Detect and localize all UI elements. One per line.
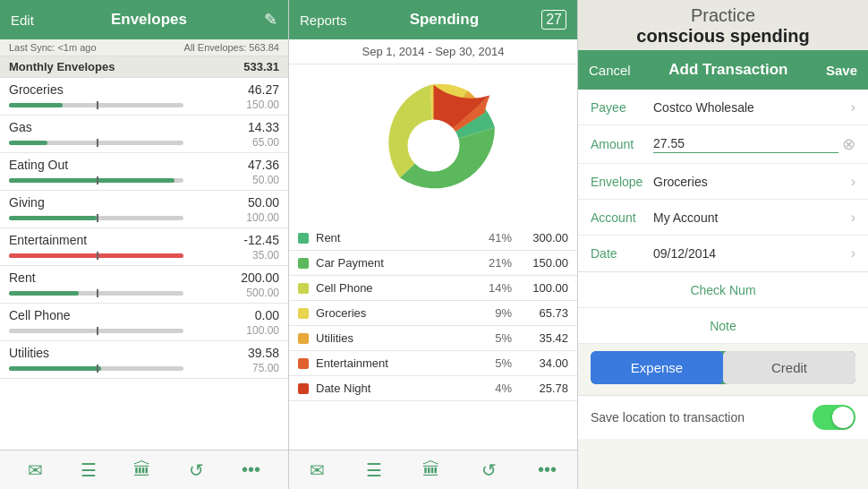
spending-value: 65.73	[519, 306, 568, 320]
panel2-header: Reports Spending 27	[289, 0, 577, 39]
spending-name: Cell Phone	[316, 281, 476, 295]
edit-icon[interactable]: ✎	[264, 10, 277, 30]
envelope-list[interactable]: Groceries46.27150.00Gas14.3365.00Eating …	[0, 78, 288, 450]
envelope-arrow-icon: ›	[851, 174, 855, 190]
progress-fill	[9, 291, 79, 296]
progress-track	[9, 329, 183, 333]
panel3-header: Cancel Add Transaction Save	[578, 50, 868, 90]
envelope-label: Envelope	[591, 175, 653, 189]
cancel-button[interactable]: Cancel	[589, 63, 631, 78]
tab-envelopes-icon[interactable]: ✉	[28, 459, 43, 481]
pie-chart	[364, 76, 503, 215]
date-value: 09/12/2014	[653, 246, 851, 261]
envelope-item[interactable]: Rent200.00500.00	[0, 266, 288, 304]
envelope-budget: 75.00	[230, 362, 279, 374]
panel1-tabbar: ✉ ☰ 🏛 ↺ •••	[0, 450, 288, 489]
envelope-name: Entertainment	[9, 233, 87, 247]
edit-button[interactable]: Edit	[11, 13, 34, 28]
save-location-row: Save location to transaction	[578, 395, 868, 439]
check-num-label: Check Num	[591, 283, 855, 297]
spending-pct: 4%	[476, 382, 512, 395]
amount-label: Amount	[591, 137, 653, 151]
progress-fill	[9, 103, 63, 107]
panel-sync-budget: Edit Envelopes ✎ Last Sync: <1m ago All …	[0, 0, 289, 489]
tab-more-icon[interactable]: •••	[242, 459, 260, 480]
envelope-amount: 50.00	[248, 195, 279, 210]
spending-name: Car Payment	[316, 256, 476, 270]
last-sync-label: Last Sync: <1m ago	[9, 42, 97, 53]
spending-list: Rent41%300.00Car Payment21%150.00Cell Ph…	[289, 226, 577, 450]
date-row[interactable]: Date 09/12/2014 ›	[578, 236, 868, 271]
expense-toggle-button[interactable]: Expense	[591, 351, 723, 384]
envelope-item[interactable]: Eating Out47.3650.00	[0, 153, 288, 191]
account-value: My Account	[653, 210, 851, 225]
envelope-item[interactable]: Cell Phone0.00100.00	[0, 304, 288, 341]
progress-fill	[9, 141, 47, 145]
spending-item[interactable]: Cell Phone14%100.00	[289, 276, 577, 301]
spending-item[interactable]: Date Night4%25.78	[289, 376, 577, 401]
tab-bank-icon[interactable]: 🏛	[133, 459, 151, 480]
tab-history-icon[interactable]: ↺	[189, 459, 204, 481]
monthly-envelopes-value: 533.31	[243, 60, 279, 73]
amount-value[interactable]: 27.55	[653, 136, 838, 153]
add-transaction-title: Add Transaction	[668, 61, 787, 79]
envelope-item[interactable]: Groceries46.27150.00	[0, 78, 288, 116]
spending-item[interactable]: Car Payment21%150.00	[289, 251, 577, 276]
amount-clear-icon[interactable]: ⊗	[842, 134, 855, 154]
spending-value: 34.00	[519, 356, 568, 370]
toggle-knob	[832, 407, 854, 428]
spending-pct: 14%	[476, 281, 512, 295]
progress-divider	[97, 214, 98, 222]
save-button[interactable]: Save	[826, 63, 857, 78]
envelope-budget: 50.00	[230, 174, 279, 186]
spending-item[interactable]: Groceries9%65.73	[289, 301, 577, 326]
progress-track	[9, 178, 183, 183]
p2-tab-list-icon[interactable]: ☰	[366, 459, 382, 481]
spending-item[interactable]: Utilities5%35.42	[289, 326, 577, 351]
calendar-icon[interactable]: 27	[541, 10, 566, 30]
envelope-name: Gas	[9, 120, 32, 134]
note-row[interactable]: Note	[578, 308, 868, 344]
amount-row[interactable]: Amount 27.55 ⊗	[578, 125, 868, 164]
p2-tab-history-icon[interactable]: ↺	[481, 459, 497, 481]
p2-tab-bank-icon[interactable]: 🏛	[422, 459, 440, 480]
promo-banner: Practice conscious spending	[578, 0, 868, 50]
spending-item[interactable]: Entertainment5%34.00	[289, 351, 577, 376]
envelope-amount: 39.58	[248, 346, 279, 360]
progress-divider	[97, 289, 98, 297]
promo-light-text: Practice	[691, 5, 755, 25]
envelope-item[interactable]: Giving50.00100.00	[0, 191, 288, 228]
credit-toggle-button[interactable]: Credit	[723, 351, 855, 384]
envelope-budget: 35.00	[230, 249, 279, 262]
payee-value: Costco Wholesale	[653, 100, 851, 115]
account-label: Account	[591, 210, 653, 225]
form-section: Payee Costco Wholesale › Amount 27.55 ⊗ …	[578, 90, 868, 272]
pie-center	[407, 119, 459, 171]
spending-value: 100.00	[519, 281, 568, 295]
envelope-item[interactable]: Gas14.3365.00	[0, 116, 288, 153]
progress-track	[9, 366, 183, 371]
transaction-type-toggle[interactable]: Expense Credit	[591, 351, 855, 384]
p2-tab-more-icon[interactable]: •••	[538, 459, 557, 480]
p2-tab-envelopes-icon[interactable]: ✉	[310, 459, 325, 481]
spending-name: Date Night	[316, 382, 476, 395]
account-row[interactable]: Account My Account ›	[578, 200, 868, 236]
spending-dot	[298, 383, 309, 394]
tab-list-icon[interactable]: ☰	[81, 459, 97, 481]
reports-button[interactable]: Reports	[300, 13, 347, 28]
panel1-title: Envelopes	[111, 11, 187, 29]
envelope-name: Eating Out	[9, 158, 68, 172]
payee-row[interactable]: Payee Costco Wholesale ›	[578, 90, 868, 125]
spending-dot	[298, 308, 309, 319]
progress-track	[9, 141, 183, 145]
progress-track	[9, 253, 183, 258]
spending-item[interactable]: Rent41%300.00	[289, 226, 577, 251]
envelope-row[interactable]: Envelope Groceries ›	[578, 164, 868, 200]
spending-name: Utilities	[316, 331, 476, 345]
spending-name: Entertainment	[316, 356, 476, 370]
check-num-row[interactable]: Check Num	[578, 272, 868, 308]
envelope-budget: 500.00	[230, 287, 279, 299]
envelope-item[interactable]: Utilities39.5875.00	[0, 341, 288, 379]
envelope-item[interactable]: Entertainment-12.4535.00	[0, 228, 288, 266]
save-location-toggle[interactable]	[813, 405, 855, 430]
